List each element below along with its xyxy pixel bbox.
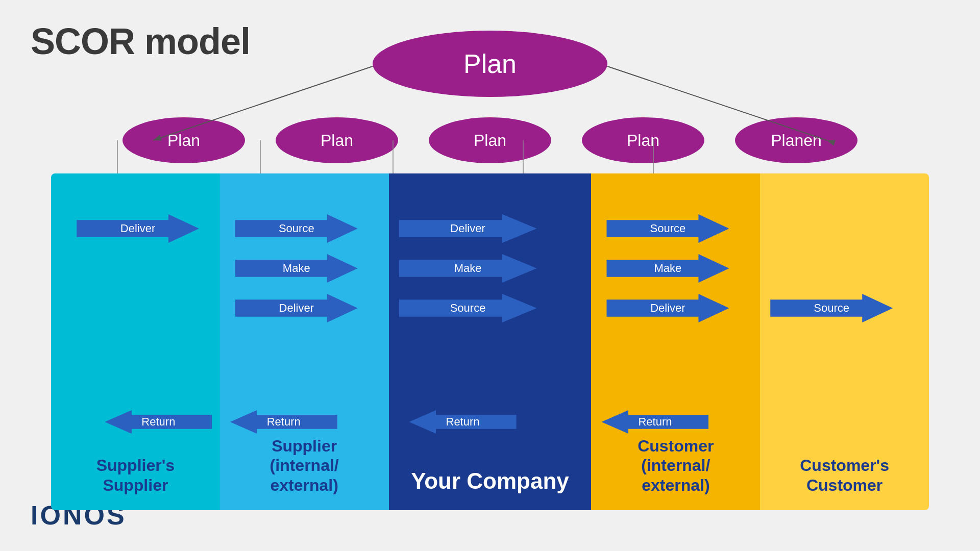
plan-oval-5: Planen — [735, 117, 857, 163]
deliver-arrow-customer: Deliver — [606, 294, 729, 322]
plan-oval-4: Plan — [582, 117, 704, 163]
page-title: SCOR model — [31, 20, 250, 62]
deliver-arrow-supplier-supplier: Deliver — [77, 214, 199, 243]
plan-oval-1: Plan — [122, 117, 245, 163]
plan-oval-3: Plan — [429, 117, 551, 163]
your-company-label: Your Company — [406, 468, 574, 495]
plan-ovals-row: Plan Plan Plan Plan Planen — [0, 117, 980, 163]
return-arrow-supplier: Return — [230, 410, 337, 434]
col-supplier-supplier: Deliver Return Supplier'sSupplier — [51, 173, 220, 510]
return-arrow-customer: Return — [601, 410, 708, 434]
source-arrow-your-company: Source — [399, 294, 537, 322]
content-area: Deliver Return Supplier'sSupplier Source… — [51, 173, 929, 510]
return-arrow-your-company: Return — [409, 410, 517, 434]
source-arrow-customer: Source — [606, 214, 729, 243]
make-arrow-supplier: Make — [235, 254, 358, 283]
make-arrow-customer: Make — [606, 254, 729, 283]
source-arrow-customers-customer: Source — [770, 294, 893, 322]
customer-label: Customer(internal/external) — [632, 436, 719, 495]
col-your-company: Deliver Make Source Return Your Company — [389, 173, 592, 510]
supplier-label: Supplier(internal/external) — [265, 436, 344, 495]
source-arrow-supplier: Source — [235, 214, 358, 243]
col-customers-customer: Source Customer'sCustomer — [760, 173, 929, 510]
customers-customer-label: Customer'sCustomer — [795, 456, 894, 495]
deliver-arrow-your-company: Deliver — [399, 214, 537, 243]
supplier-supplier-label: Supplier'sSupplier — [91, 456, 180, 495]
return-arrow-supplier-supplier: Return — [105, 410, 212, 434]
deliver-arrow-supplier: Deliver — [235, 294, 358, 322]
make-arrow-your-company: Make — [399, 254, 537, 283]
col-supplier: Source Make Deliver Return Supplier(inte… — [220, 173, 389, 510]
main-plan-oval: Plan — [373, 31, 607, 97]
plan-oval-2: Plan — [276, 117, 398, 163]
col-customer: Source Make Deliver Return Customer(inte… — [591, 173, 760, 510]
